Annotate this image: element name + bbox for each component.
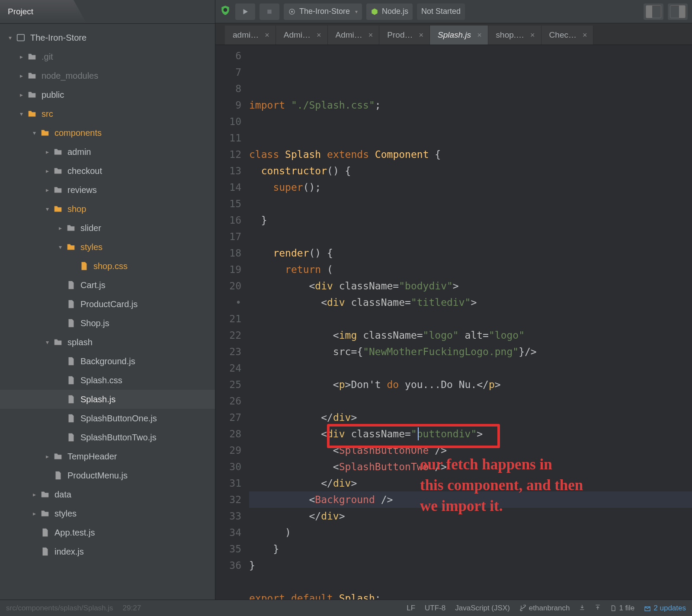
tree-folder-public[interactable]: public: [0, 85, 215, 104]
sidebar-title-tab[interactable]: Project: [0, 0, 215, 23]
status-branch[interactable]: ethanbranch: [519, 604, 570, 613]
bug-shield-icon[interactable]: [220, 5, 231, 19]
tree-folder-src[interactable]: src: [0, 104, 215, 123]
chevron-right-icon[interactable]: [16, 91, 26, 98]
chevron-right-icon[interactable]: [55, 225, 65, 231]
editor-tab[interactable]: admi…×: [225, 26, 276, 45]
code-line[interactable]: <div className="titlediv">: [249, 294, 692, 311]
chevron-down-icon[interactable]: [5, 34, 15, 41]
code-line[interactable]: super();: [249, 179, 692, 196]
chevron-down-icon[interactable]: [42, 205, 52, 212]
status-updates[interactable]: 2 updates: [644, 604, 686, 613]
tree-file-productcard[interactable]: ProductCard.js: [0, 295, 215, 314]
code-line[interactable]: [249, 360, 692, 376]
tree-folder-styles[interactable]: styles: [0, 237, 215, 257]
close-icon[interactable]: ×: [419, 31, 423, 40]
tree-file-shopcss[interactable]: shop.css: [0, 257, 215, 276]
code-line[interactable]: [249, 574, 692, 590]
code-line[interactable]: src={"NewMotherFuckingLogo.png"}/>: [249, 343, 692, 360]
code-line[interactable]: [249, 196, 692, 212]
chevron-right-icon[interactable]: [29, 491, 39, 498]
chevron-down-icon[interactable]: [55, 244, 65, 250]
code-line[interactable]: [249, 311, 692, 327]
chevron-down-icon[interactable]: [42, 339, 52, 346]
tree-file-apptest[interactable]: App.test.js: [0, 523, 215, 542]
layout-toggle-right[interactable]: [668, 3, 688, 20]
code-line[interactable]: constructor() {: [249, 163, 692, 179]
tree-file-shopjs[interactable]: Shop.js: [0, 314, 215, 333]
tree-file-cart[interactable]: Cart.js: [0, 276, 215, 295]
code-line[interactable]: [249, 228, 692, 245]
close-icon[interactable]: ×: [317, 31, 321, 40]
status-files[interactable]: 1 file: [610, 604, 634, 613]
chevron-right-icon[interactable]: [16, 72, 26, 79]
tree-folder-data[interactable]: data: [0, 485, 215, 504]
stop-button[interactable]: [260, 3, 279, 20]
status-language[interactable]: JavaScript (JSX): [455, 604, 510, 613]
code-line[interactable]: [249, 113, 692, 130]
close-icon[interactable]: ×: [265, 31, 269, 40]
close-icon[interactable]: ×: [530, 31, 535, 40]
editor-tab[interactable]: Splash.js×: [430, 26, 488, 45]
editor-tab[interactable]: shop.…×: [488, 26, 541, 45]
editor-tab[interactable]: Chec…×: [541, 26, 594, 45]
close-icon[interactable]: ×: [583, 31, 587, 40]
status-line-ending[interactable]: LF: [407, 604, 415, 613]
code-line[interactable]: }: [249, 541, 692, 557]
editor-tab[interactable]: Admi…×: [276, 26, 328, 45]
chevron-right-icon[interactable]: [29, 510, 39, 517]
chevron-right-icon[interactable]: [42, 453, 52, 460]
code-line[interactable]: render() {: [249, 245, 692, 261]
chevron-right-icon[interactable]: [42, 167, 52, 174]
editor-tab[interactable]: Admi…×: [328, 26, 380, 45]
run-config-node[interactable]: Node.js: [366, 3, 413, 20]
chevron-right-icon[interactable]: [16, 53, 26, 60]
close-icon[interactable]: ×: [368, 31, 373, 40]
code-line[interactable]: </div>: [249, 409, 692, 426]
run-button[interactable]: [235, 3, 255, 20]
tree-folder-checkout[interactable]: checkout: [0, 161, 215, 180]
chevron-down-icon[interactable]: [16, 110, 26, 117]
code-line[interactable]: return (: [249, 261, 692, 278]
tree-file-splashbtn2[interactable]: SplashButtonTwo.js: [0, 428, 215, 447]
tree-folder-admin[interactable]: admin: [0, 142, 215, 161]
tree-file-productmenu[interactable]: ProductMenu.js: [0, 466, 215, 485]
tree-file-index[interactable]: index.js: [0, 542, 215, 561]
tree-folder-slider[interactable]: slider: [0, 218, 215, 237]
tree-root[interactable]: The-Iron-Store: [0, 28, 215, 47]
tree-folder-components[interactable]: components: [0, 123, 215, 142]
code-line[interactable]: <p>Don't do you...Do Nu.</p>: [249, 376, 692, 393]
code-line[interactable]: [249, 393, 692, 409]
chevron-right-icon[interactable]: [42, 148, 52, 155]
code-editor[interactable]: 67891011121314151617181920•2122232425262…: [215, 45, 692, 600]
run-config-ironstore[interactable]: The-Iron-Store ▾: [284, 3, 362, 20]
upload-icon[interactable]: [595, 604, 601, 613]
code-line[interactable]: <img className="logo" alt="logo": [249, 327, 692, 343]
code-area[interactable]: import "./Splash.css"; class Splash exte…: [249, 45, 692, 600]
tree-file-splashcss[interactable]: Splash.css: [0, 371, 215, 390]
code-line[interactable]: }: [249, 212, 692, 228]
tree-folder-styles2[interactable]: styles: [0, 504, 215, 523]
tree-folder-git[interactable]: .git: [0, 47, 215, 66]
tree-folder-nodemodules[interactable]: node_modules: [0, 66, 215, 85]
code-line[interactable]: class Splash extends Component {: [249, 146, 692, 163]
code-line[interactable]: <div className="bodydiv">: [249, 278, 692, 294]
chevron-right-icon[interactable]: [42, 186, 52, 193]
code-line[interactable]: ): [249, 524, 692, 541]
tree-folder-reviews[interactable]: reviews: [0, 180, 215, 199]
tree-folder-splash[interactable]: splash: [0, 333, 215, 352]
editor-tab[interactable]: Prod…×: [379, 26, 430, 45]
code-line[interactable]: import "./Splash.css";: [249, 97, 692, 113]
tree-file-splashjs[interactable]: Splash.js: [0, 390, 215, 409]
code-line[interactable]: export default Splash;: [249, 590, 692, 600]
tree-file-background[interactable]: Background.js: [0, 352, 215, 371]
code-line[interactable]: [249, 130, 692, 146]
chevron-down-icon[interactable]: [29, 129, 39, 136]
status-encoding[interactable]: UTF-8: [425, 604, 445, 613]
code-line[interactable]: }: [249, 557, 692, 574]
layout-toggle-left[interactable]: [644, 3, 663, 20]
tree-folder-shop[interactable]: shop: [0, 199, 215, 218]
tree-folder-tempheader[interactable]: TempHeader: [0, 447, 215, 466]
download-icon[interactable]: [579, 604, 585, 613]
file-tree[interactable]: The-Iron-Store .git node_modules public: [0, 24, 215, 600]
